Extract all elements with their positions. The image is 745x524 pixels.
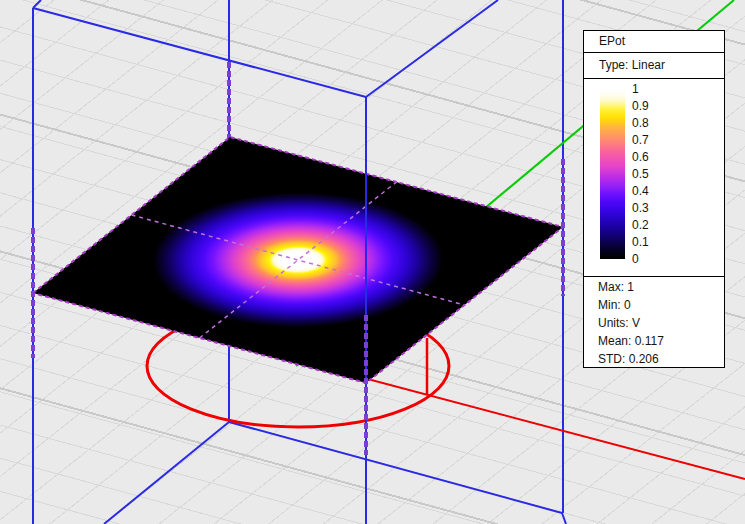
colorbar-gradient: [600, 89, 625, 259]
stat-max: Max: 1: [598, 278, 724, 296]
colorbar-tick: 0.2: [632, 217, 649, 233]
colorbar-tick: 0.6: [632, 149, 649, 165]
stat-std: STD: 0.206: [598, 350, 724, 368]
box-edge-bottom-left: [104, 422, 229, 524]
colorbar-tick: 0: [632, 251, 639, 267]
colorbar-tick: 0.7: [632, 132, 649, 148]
legend-stats: Max: 1 Min: 0 Units: V Mean: 0.117 STD: …: [584, 277, 724, 368]
box-edge-top-right: [366, 0, 498, 97]
colorbar-tick: 0.5: [632, 166, 649, 182]
colorbar-tick: 0.8: [632, 115, 649, 131]
colorbar-tick: 0.9: [632, 98, 649, 114]
legend-title: EPot: [584, 31, 724, 53]
box-edge-top-back-stub: [33, 0, 41, 8]
3d-viewport[interactable]: EPot Type: Linear 10.90.80.70.60.50.40.3…: [0, 0, 745, 524]
stat-units: Units: V: [598, 314, 724, 332]
slice-plane[interactable]: [33, 137, 563, 383]
box-edge-bottom-right: [229, 422, 562, 513]
box-edge-top-left: [33, 8, 366, 97]
legend-panel: EPot Type: Linear 10.90.80.70.60.50.40.3…: [583, 30, 725, 368]
box-edge-bottom-stub: [562, 513, 566, 524]
colorbar-tick: 0.3: [632, 200, 649, 216]
colorbar-tick: 0.1: [632, 234, 649, 250]
colorbar-tick: 0.4: [632, 183, 649, 199]
stat-min: Min: 0: [598, 296, 724, 314]
colorbar-section: 10.90.80.70.60.50.40.30.20.10: [584, 79, 724, 277]
colorbar-tick: 1: [632, 81, 639, 97]
stat-mean: Mean: 0.117: [598, 332, 724, 350]
legend-type-label: Type: Linear: [584, 53, 724, 79]
